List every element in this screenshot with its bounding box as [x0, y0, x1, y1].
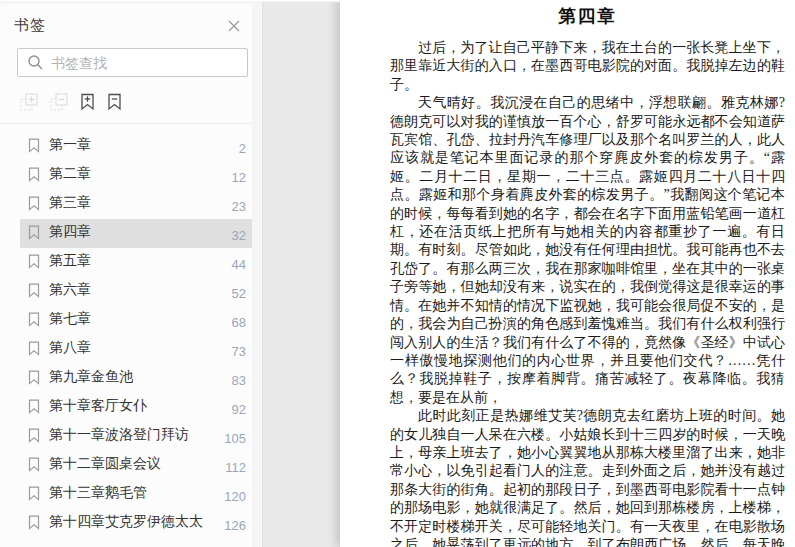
bookmark-label: 第七章	[49, 310, 91, 328]
close-icon[interactable]	[226, 18, 242, 34]
bookmark-list-item[interactable]: 第九章金鱼池 83	[20, 364, 252, 393]
bookmark-label: 第八章	[49, 339, 91, 357]
bookmark-icon	[28, 486, 40, 505]
bookmark-label: 第九章金鱼池	[49, 368, 133, 386]
bookmark-icon	[28, 225, 40, 244]
bookmark-label: 第二章	[49, 165, 91, 183]
remove-bookmark-icon[interactable]	[107, 93, 122, 111]
bookmark-icon	[28, 515, 40, 534]
sidebar-title: 书签	[14, 16, 46, 35]
bookmark-icon	[28, 254, 40, 273]
sidebar-scrollbar-track	[252, 0, 261, 547]
sidebar-header: 书签	[0, 0, 262, 35]
bookmark-icon	[28, 370, 40, 389]
bookmark-search-input[interactable]	[51, 55, 238, 71]
bookmark-label: 第六章	[49, 281, 91, 299]
bookmark-page-number: 52	[226, 286, 246, 301]
bookmark-label: 第十四章艾克罗伊德太太	[49, 513, 203, 531]
bookmark-list-item[interactable]: 第十四章艾克罗伊德太太 126	[20, 509, 252, 538]
paragraph: 过后，为了让自己平静下来，我在土台的一张长凳上坐下，那里靠近大街的入口，在墨西哥…	[390, 39, 785, 94]
bookmark-icon	[28, 312, 40, 331]
bookmark-page-number: 68	[226, 315, 246, 330]
bookmark-list-item[interactable]: 第十一章波洛登门拜访 105	[20, 422, 252, 451]
bookmark-label: 第十一章波洛登门拜访	[49, 426, 189, 444]
bookmark-list-item[interactable]: 第六章 52	[20, 277, 252, 306]
bookmark-page-number: 44	[226, 257, 246, 272]
bookmark-label: 第十二章圆桌会议	[49, 455, 161, 473]
bookmark-page-number: 112	[219, 460, 246, 475]
bookmark-label: 第五章	[49, 252, 91, 270]
bookmark-page-number: 23	[226, 199, 246, 214]
document-page: 第四章 过后，为了让自己平静下来，我在土台的一张长凳上坐下，那里靠近大街的入口，…	[340, 0, 795, 547]
bookmark-list-item[interactable]: 第一章 2	[20, 132, 252, 161]
document-gutter	[264, 0, 340, 547]
bookmark-icon	[28, 196, 40, 215]
paragraph: 天气晴好。我沉浸在自己的思绪中，浮想联翩。雅克林娜?德朗克可以对我的谨慎放一百个…	[390, 94, 785, 407]
bookmark-page-number: 83	[226, 373, 246, 388]
bookmark-icon	[28, 399, 40, 418]
bookmark-page-number: 120	[218, 489, 246, 504]
bookmark-page-number: 32	[226, 228, 246, 243]
chapter-title: 第四章	[390, 4, 785, 28]
toolbar-bottom-edge	[0, 0, 341, 2]
bookmarks-sidebar: 书签	[0, 0, 263, 547]
bookmark-page-number: 92	[226, 402, 246, 417]
bookmark-icon	[28, 428, 40, 447]
collapse-all-icon[interactable]	[50, 93, 68, 111]
bookmark-page-number: 12	[226, 170, 246, 185]
bookmark-label: 第一章	[49, 136, 91, 154]
bookmark-list-item[interactable]: 第八章 73	[20, 335, 252, 364]
paragraph: 此时此刻正是热娜维艾芙?德朗克去红磨坊上班的时间。她的女儿独自一人呆在六楼。小姑…	[390, 407, 785, 547]
bookmark-list: 第一章 2 第二章 12 第三章	[0, 124, 262, 538]
bookmark-icon	[28, 138, 40, 157]
bookmark-list-item[interactable]: 第二章 12	[20, 161, 252, 190]
bookmark-list-item[interactable]: 第四章 32	[20, 219, 252, 248]
bookmark-label: 第四章	[49, 223, 91, 241]
bookmark-page-number: 105	[218, 431, 246, 446]
chapter-body: 过后，为了让自己平静下来，我在土台的一张长凳上坐下，那里靠近大街的入口，在墨西哥…	[390, 39, 785, 547]
bookmark-list-item[interactable]: 第十章客厅女仆 92	[20, 393, 252, 422]
add-bookmark-icon[interactable]	[80, 93, 95, 111]
bookmark-list-item[interactable]: 第七章 68	[20, 306, 252, 335]
bookmark-label: 第十三章鹅毛管	[49, 484, 147, 502]
bookmark-label: 第三章	[49, 194, 91, 212]
bookmark-icon	[28, 457, 40, 476]
bookmark-page-number: 73	[226, 344, 246, 359]
bookmark-search-box[interactable]	[17, 48, 248, 77]
bookmark-list-item[interactable]: 第五章 44	[20, 248, 252, 277]
bookmark-page-number: 126	[218, 518, 246, 533]
bookmark-list-item[interactable]: 第三章 23	[20, 190, 252, 219]
bookmark-toolbar	[20, 90, 262, 114]
bookmark-list-item[interactable]: 第十二章圆桌会议 112	[20, 451, 252, 480]
bookmark-icon	[28, 283, 40, 302]
bookmark-icon	[28, 341, 40, 360]
bookmark-label: 第十章客厅女仆	[49, 397, 147, 415]
expand-all-icon[interactable]	[20, 93, 38, 111]
bookmark-list-item[interactable]: 第十三章鹅毛管 120	[20, 480, 252, 509]
bookmark-icon	[28, 167, 40, 186]
search-icon	[27, 54, 44, 71]
bookmark-page-number: 2	[233, 141, 246, 156]
